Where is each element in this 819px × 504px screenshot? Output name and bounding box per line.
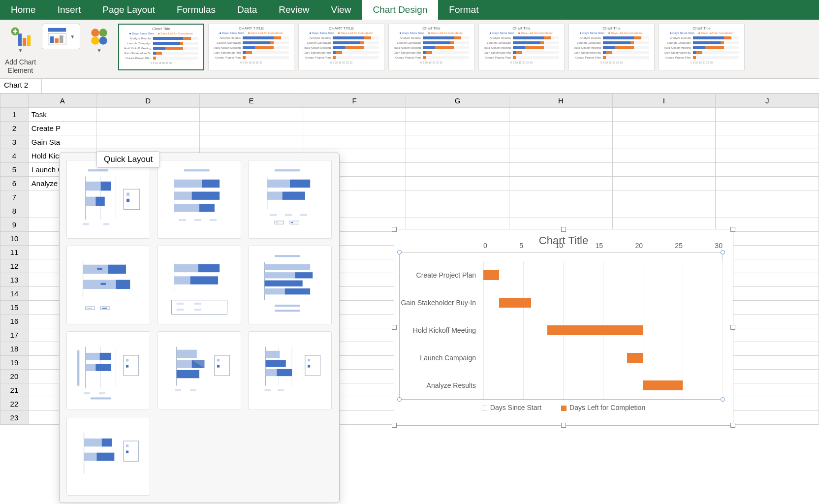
row-header[interactable]: 12 (0, 259, 29, 273)
row-header[interactable]: 8 (0, 204, 29, 218)
bar-segment[interactable] (627, 353, 643, 363)
cell-J8[interactable] (716, 204, 819, 218)
cell-J5[interactable] (716, 163, 819, 177)
quick-layout-option-1[interactable] (66, 160, 150, 239)
name-box[interactable]: Chart 2 (0, 79, 42, 93)
row-header[interactable]: 2 (0, 122, 29, 135)
quick-layout-option-2[interactable] (158, 160, 241, 239)
selection-handle[interactable] (397, 397, 402, 402)
tab-insert[interactable]: Insert (47, 0, 92, 20)
cell-G7[interactable] (406, 190, 509, 204)
cell-J3[interactable] (716, 135, 819, 149)
tab-review[interactable]: Review (268, 0, 320, 20)
tab-page-layout[interactable]: Page Layout (92, 0, 166, 20)
cell-H4[interactable] (509, 149, 612, 163)
cell-I8[interactable] (612, 204, 716, 218)
row-header[interactable]: 17 (0, 328, 29, 342)
chart-style-option-3[interactable]: CHART TITLE Days Since StartDays Left fo… (298, 24, 384, 70)
bar-segment[interactable] (547, 325, 643, 335)
row-header[interactable]: 14 (0, 287, 29, 301)
tab-chart-design[interactable]: Chart Design (362, 0, 438, 20)
bar-segment[interactable] (483, 270, 499, 280)
cell-H7[interactable] (509, 190, 612, 204)
resize-handle[interactable] (392, 423, 397, 428)
column-header[interactable]: F (303, 94, 406, 108)
quick-layout-option-5[interactable] (158, 246, 241, 324)
column-header[interactable]: I (612, 94, 716, 108)
cell-J6[interactable] (716, 177, 819, 190)
row-header[interactable]: 18 (0, 342, 29, 356)
resize-handle[interactable] (730, 325, 735, 330)
chart-style-option-1[interactable]: Chart Title Days Since StartDays Left fo… (118, 24, 204, 70)
resize-handle[interactable] (561, 227, 566, 232)
cell-I6[interactable] (612, 177, 716, 190)
cell-I1[interactable] (612, 108, 716, 122)
column-header[interactable]: G (406, 94, 509, 108)
cell-D3[interactable] (96, 135, 200, 149)
resize-handle[interactable] (392, 325, 397, 330)
cell-G8[interactable] (406, 204, 509, 218)
cell-J4[interactable] (716, 149, 819, 163)
column-header[interactable]: H (509, 94, 612, 108)
chart-legend[interactable]: Days Since Start Days Left for Completio… (394, 400, 733, 415)
row-header[interactable]: 15 (0, 301, 29, 315)
tab-formulas[interactable]: Formulas (166, 0, 226, 20)
bar-segment[interactable] (643, 380, 683, 390)
chart-style-option-6[interactable]: Chart Title Days Since StartDays Left fo… (568, 24, 655, 70)
cell-D1[interactable] (96, 108, 200, 122)
cell-J2[interactable] (716, 122, 819, 135)
chart-style-option-4[interactable]: Chart Title Days Since StartDays Left fo… (388, 24, 474, 70)
resize-handle[interactable] (730, 423, 735, 428)
row-header[interactable]: 13 (0, 273, 29, 287)
quick-layout-option-10[interactable] (66, 417, 150, 496)
cell-D2[interactable] (96, 122, 200, 135)
chart-style-option-7[interactable]: Chart Title Days Since StartDays Left fo… (659, 24, 745, 70)
resize-handle[interactable] (561, 423, 566, 428)
cell-G2[interactable] (406, 122, 509, 135)
cell-G5[interactable] (406, 163, 509, 177)
column-header[interactable]: A (28, 94, 96, 108)
change-colors-button[interactable]: ▼ (86, 24, 112, 55)
quick-layout-option-8[interactable] (158, 331, 241, 410)
cell-H1[interactable] (509, 108, 612, 122)
cell-G4[interactable] (406, 149, 509, 163)
cell-E3[interactable] (200, 135, 303, 149)
quick-layout-option-9[interactable] (248, 331, 332, 410)
cell-F1[interactable] (303, 108, 406, 122)
row-header[interactable]: 20 (0, 370, 29, 383)
add-chart-element-button[interactable]: ▼ (7, 24, 33, 55)
cell-F2[interactable] (303, 122, 406, 135)
bar-segment[interactable] (499, 298, 531, 308)
row-header[interactable]: 5 (0, 163, 29, 177)
tab-format[interactable]: Format (438, 0, 489, 20)
selection-handle[interactable] (721, 250, 725, 254)
cell-I2[interactable] (612, 122, 716, 135)
cell-F3[interactable] (303, 135, 406, 149)
cell-E1[interactable] (200, 108, 303, 122)
cell-A2[interactable]: Create P (28, 122, 96, 135)
cell-H8[interactable] (509, 204, 612, 218)
cell-H2[interactable] (509, 122, 612, 135)
cell-E2[interactable] (200, 122, 303, 135)
row-header[interactable]: 16 (0, 315, 29, 328)
column-header[interactable]: J (716, 94, 819, 108)
row-header[interactable]: 4 (0, 149, 29, 163)
chart-plot-area[interactable]: 051015202530 Create Project PlanGain Sta… (399, 252, 723, 400)
cell-I5[interactable] (612, 163, 716, 177)
row-header[interactable]: 23 (0, 411, 29, 425)
quick-layout-option-3[interactable] (248, 160, 332, 239)
row-header[interactable]: 6 (0, 177, 29, 190)
selection-handle[interactable] (397, 250, 402, 254)
row-header[interactable]: 22 (0, 397, 29, 411)
quick-layout-button[interactable]: ▼ (42, 24, 80, 49)
chart-object[interactable]: Chart Title 051015202530 Create Project … (394, 229, 733, 426)
selection-handle[interactable] (721, 397, 725, 402)
cell-H6[interactable] (509, 177, 612, 190)
row-header[interactable]: 21 (0, 383, 29, 397)
cell-A3[interactable]: Gain Sta (28, 135, 96, 149)
row-header[interactable]: 1 (0, 108, 29, 122)
cell-I4[interactable] (612, 149, 716, 163)
cell-J7[interactable] (716, 190, 819, 204)
cell-H5[interactable] (509, 163, 612, 177)
tab-data[interactable]: Data (226, 0, 268, 20)
